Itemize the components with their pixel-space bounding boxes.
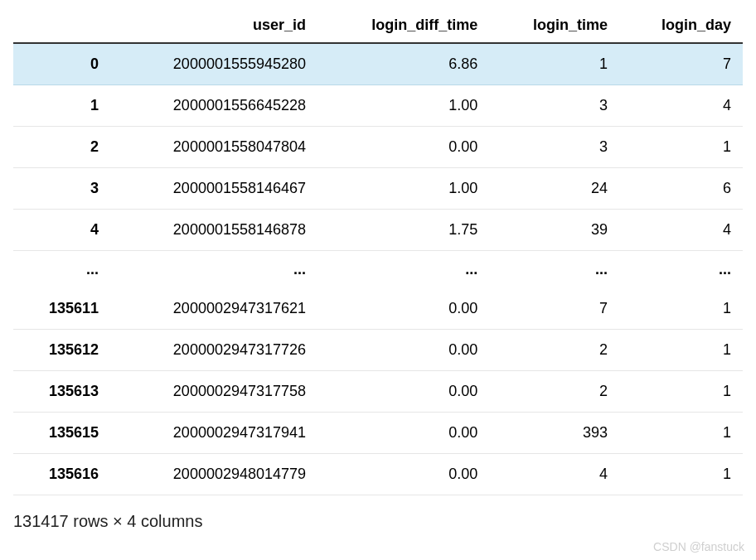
cell-user-id: 2000001558047804 — [110, 127, 317, 168]
cell-login-time: 39 — [489, 210, 619, 251]
cell-user-id: 2000001558146878 — [110, 210, 317, 251]
table-row: 020000015559452806.8617 — [13, 43, 743, 85]
table-row: 13561620000029480147790.0041 — [13, 454, 743, 495]
cell-user-id: 2000001556645228 — [110, 85, 317, 127]
row-index: 135616 — [13, 454, 110, 495]
col-header-login-time: login_time — [489, 8, 619, 43]
cell-login-time: 3 — [489, 85, 619, 127]
row-index: 1 — [13, 85, 110, 127]
cell-login-time: 3 — [489, 127, 619, 168]
dataframe-summary: 131417 rows × 4 columns — [13, 512, 743, 531]
col-header-login-diff-time: login_diff_time — [317, 8, 489, 43]
cell-login-day: 4 — [619, 210, 743, 251]
cell-user-id: ... — [110, 251, 317, 289]
row-index: ... — [13, 251, 110, 289]
cell-login-diff-time: 0.00 — [317, 371, 489, 413]
table-row: 13561220000029473177260.0021 — [13, 330, 743, 371]
cell-login-time: 24 — [489, 168, 619, 210]
cell-login-day: 1 — [619, 288, 743, 330]
cell-user-id: 2000002947317941 — [110, 413, 317, 454]
table-row: ............... — [13, 251, 743, 289]
cell-login-day: 1 — [619, 454, 743, 495]
cell-login-day: 1 — [619, 371, 743, 413]
cell-login-diff-time: 6.86 — [317, 43, 489, 85]
table-row: 320000015581464671.00246 — [13, 168, 743, 210]
table-header: user_id login_diff_time login_time login… — [13, 8, 743, 43]
cell-login-diff-time: 0.00 — [317, 127, 489, 168]
table-row: 13561320000029473177580.0021 — [13, 371, 743, 413]
row-index: 0 — [13, 43, 110, 85]
cell-login-day: 7 — [619, 43, 743, 85]
col-header-login-day: login_day — [619, 8, 743, 43]
row-index: 135615 — [13, 413, 110, 454]
cell-login-diff-time: 1.75 — [317, 210, 489, 251]
cell-login-diff-time: 0.00 — [317, 288, 489, 330]
cell-login-time: 1 — [489, 43, 619, 85]
row-index: 135612 — [13, 330, 110, 371]
cell-login-day: 4 — [619, 85, 743, 127]
cell-login-day: 1 — [619, 127, 743, 168]
table-body: 020000015559452806.861712000001556645228… — [13, 43, 743, 495]
cell-login-diff-time: 0.00 — [317, 454, 489, 495]
index-header — [13, 8, 110, 43]
cell-login-time: ... — [489, 251, 619, 289]
cell-login-time: 2 — [489, 330, 619, 371]
table-row: 120000015566452281.0034 — [13, 85, 743, 127]
cell-login-time: 7 — [489, 288, 619, 330]
table-row: 13561520000029473179410.003931 — [13, 413, 743, 454]
cell-login-diff-time: 0.00 — [317, 413, 489, 454]
cell-login-day: 6 — [619, 168, 743, 210]
dataframe-table: user_id login_diff_time login_time login… — [13, 8, 743, 495]
table-row: 220000015580478040.0031 — [13, 127, 743, 168]
cell-login-day: 1 — [619, 413, 743, 454]
cell-login-time: 4 — [489, 454, 619, 495]
col-header-user-id: user_id — [110, 8, 317, 43]
cell-login-day: 1 — [619, 330, 743, 371]
row-index: 4 — [13, 210, 110, 251]
cell-login-diff-time: 1.00 — [317, 168, 489, 210]
row-index: 135613 — [13, 371, 110, 413]
cell-login-time: 393 — [489, 413, 619, 454]
cell-user-id: 2000002947317758 — [110, 371, 317, 413]
table-row: 13561120000029473176210.0071 — [13, 288, 743, 330]
cell-user-id: 2000002947317726 — [110, 330, 317, 371]
cell-login-time: 2 — [489, 371, 619, 413]
table-row: 420000015581468781.75394 — [13, 210, 743, 251]
row-index: 2 — [13, 127, 110, 168]
cell-login-diff-time: 0.00 — [317, 330, 489, 371]
cell-login-day: ... — [619, 251, 743, 289]
row-index: 3 — [13, 168, 110, 210]
cell-login-diff-time: ... — [317, 251, 489, 289]
cell-user-id: 2000002948014779 — [110, 454, 317, 495]
row-index: 135611 — [13, 288, 110, 330]
cell-user-id: 2000002947317621 — [110, 288, 317, 330]
cell-user-id: 2000001558146467 — [110, 168, 317, 210]
cell-login-diff-time: 1.00 — [317, 85, 489, 127]
cell-user-id: 2000001555945280 — [110, 43, 317, 85]
